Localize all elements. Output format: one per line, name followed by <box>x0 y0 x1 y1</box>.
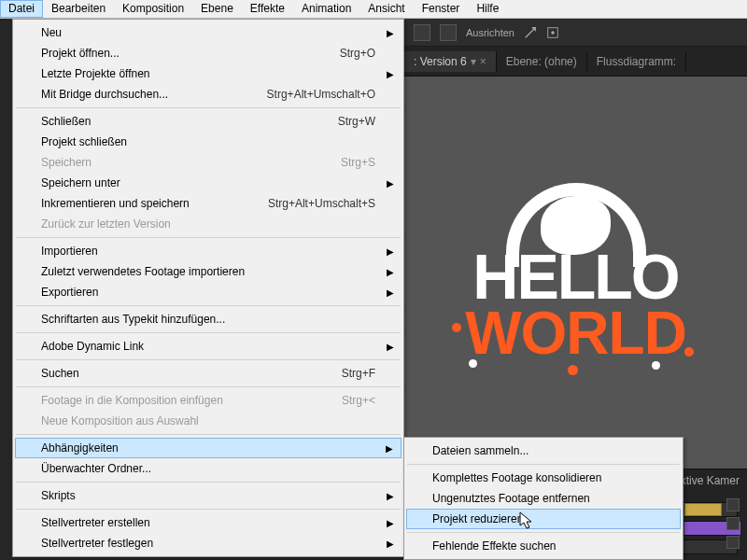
tool-button[interactable] <box>440 24 457 41</box>
submenu-item[interactable]: Ungenutztes Footage entfernen <box>406 488 681 509</box>
snap-icon[interactable] <box>524 26 537 39</box>
timeline-button[interactable] <box>726 517 740 530</box>
composition-viewer[interactable]: HELLO WORLD <box>404 77 747 469</box>
menu-item-label: Speichern <box>41 156 341 169</box>
tab-flowchart[interactable]: Flussdiagramm: <box>587 51 686 72</box>
menu-separator <box>16 332 401 333</box>
menu-item[interactable]: Zuletzt verwendetes Footage importieren▶ <box>15 261 402 282</box>
submenu-arrow-icon: ▶ <box>387 342 394 352</box>
menu-separator <box>407 464 680 465</box>
menu-item[interactable]: Neu▶ <box>15 22 402 43</box>
chevron-down-icon[interactable]: ▾ <box>471 55 476 68</box>
menu-item[interactable]: SchließenStrg+W <box>15 111 402 132</box>
menu-item[interactable]: Exportieren▶ <box>15 282 402 302</box>
submenu-item[interactable]: Dateien sammeln... <box>406 441 681 461</box>
timeline-button[interactable] <box>726 498 740 511</box>
tab-composition[interactable]: : Version 6▾× <box>404 51 497 72</box>
submenu-item-label: Ungenutztes Footage entfernen <box>432 492 655 505</box>
menu-item-label: Abhängigkeiten <box>41 441 375 455</box>
submenu-arrow-icon: ▶ <box>387 539 394 549</box>
menu-shortcut: Strg+W <box>338 115 375 128</box>
tab-layer[interactable]: Ebene: (ohne) <box>497 51 587 72</box>
menubar-item-animation[interactable]: Animation <box>293 0 359 18</box>
submenu-arrow-icon: ▶ <box>387 246 394 257</box>
menubar-item-ansicht[interactable]: Ansicht <box>359 0 413 18</box>
menu-item-label: Schriftarten aus Typekit hinzufügen... <box>41 313 375 326</box>
menu-item[interactable]: Mit Bridge durchsuchen...Strg+Alt+Umscha… <box>15 84 402 105</box>
menu-shortcut: Strg+S <box>341 156 375 169</box>
submenu-arrow-icon: ▶ <box>387 267 394 277</box>
align-label: Ausrichten <box>466 27 514 38</box>
menu-item-label: Zuletzt verwendetes Footage importieren <box>41 265 375 278</box>
canvas-logo: HELLO WORLD <box>465 183 686 362</box>
svg-point-1 <box>551 31 555 35</box>
submenu-arrow-icon: ▶ <box>387 491 394 501</box>
menubar-item-bearbeiten[interactable]: Bearbeiten <box>43 0 114 18</box>
submenu-item-label: Komplettes Footage konsolidieren <box>432 471 655 484</box>
menubar-item-komposition[interactable]: Komposition <box>114 0 192 18</box>
menu-item-label: Schließen <box>41 115 338 128</box>
menu-item-label: Neu <box>41 26 375 39</box>
menu-item: Footage in die Komposition einfügenStrg+… <box>15 390 402 411</box>
menu-item-label: Letzte Projekte öffnen <box>41 67 375 80</box>
menu-item[interactable]: Importieren▶ <box>15 241 402 261</box>
menu-separator <box>16 434 401 435</box>
menu-item[interactable]: Stellvertreter festlegen▶ <box>15 533 402 553</box>
menu-item[interactable]: Projekt schließen <box>15 132 402 152</box>
menubar-item-ebene[interactable]: Ebene <box>192 0 242 18</box>
menu-separator <box>407 532 680 533</box>
menu-item: Zurück zur letzten Version <box>15 214 402 234</box>
submenu-item[interactable]: Projekt reduzieren <box>406 509 681 529</box>
close-icon[interactable]: × <box>480 55 486 68</box>
dependencies-submenu: Dateien sammeln...Komplettes Footage kon… <box>403 437 684 560</box>
menu-separator <box>16 482 401 483</box>
menubar-item-hilfe[interactable]: Hilfe <box>468 0 507 18</box>
menu-separator <box>16 237 401 238</box>
menu-item[interactable]: Speichern unter▶ <box>15 173 402 193</box>
canvas-text-world: WORLD <box>465 305 686 362</box>
menu-item-label: Footage in die Komposition einfügen <box>41 394 342 407</box>
menu-item[interactable]: Inkrementieren und speichernStrg+Alt+Ums… <box>15 193 402 214</box>
menubar: DateiBearbeitenKompositionEbeneEffekteAn… <box>0 0 747 19</box>
submenu-arrow-icon: ▶ <box>387 69 394 79</box>
menu-shortcut: Strg+F <box>342 367 375 380</box>
menu-item-label: Exportieren <box>41 286 375 299</box>
submenu-item[interactable]: Fehlende Effekte suchen <box>406 536 681 556</box>
menu-item-label: Stellvertreter festlegen <box>41 537 375 550</box>
menu-item: SpeichernStrg+S <box>15 152 402 173</box>
menubar-item-effekte[interactable]: Effekte <box>242 0 293 18</box>
submenu-arrow-icon: ▶ <box>387 287 394 298</box>
menu-item[interactable]: Schriftarten aus Typekit hinzufügen... <box>15 309 402 329</box>
target-icon[interactable] <box>546 26 559 39</box>
menu-item-label: Skripts <box>41 489 375 502</box>
submenu-item[interactable]: Komplettes Footage konsolidieren <box>406 468 681 488</box>
menu-item[interactable]: SuchenStrg+F <box>15 363 402 384</box>
menu-item[interactable]: Stellvertreter erstellen▶ <box>15 512 402 533</box>
menu-item-label: Projekt öffnen... <box>41 47 340 60</box>
top-toolbar: Ausrichten <box>404 19 747 47</box>
menu-shortcut: Strg+< <box>342 394 375 407</box>
submenu-arrow-icon: ▶ <box>386 443 393 454</box>
menu-item[interactable]: Überwachter Ordner... <box>15 458 402 479</box>
menu-separator <box>16 359 401 360</box>
submenu-arrow-icon: ▶ <box>387 178 394 189</box>
menu-item[interactable]: Projekt öffnen...Strg+O <box>15 43 402 63</box>
menubar-item-datei[interactable]: Datei <box>0 0 43 18</box>
menu-separator <box>16 509 401 510</box>
tool-button[interactable] <box>414 24 430 41</box>
menu-item: Neue Komposition aus Auswahl <box>15 411 402 431</box>
menu-item[interactable]: Letzte Projekte öffnen▶ <box>15 63 402 84</box>
menu-item[interactable]: Adobe Dynamic Link▶ <box>15 336 402 357</box>
timeline-clip[interactable] <box>684 503 722 516</box>
menu-item[interactable]: Abhängigkeiten▶ <box>15 438 402 458</box>
submenu-item-label: Projekt reduzieren <box>432 512 655 525</box>
menu-item-label: Adobe Dynamic Link <box>41 340 375 353</box>
file-menu: Neu▶Projekt öffnen...Strg+OLetzte Projek… <box>12 19 404 557</box>
menu-item[interactable]: Skripts▶ <box>15 485 402 506</box>
menu-item-label: Zurück zur letzten Version <box>41 217 375 231</box>
timeline-button[interactable] <box>726 536 740 549</box>
menu-item-label: Mit Bridge durchsuchen... <box>41 88 267 101</box>
menu-separator <box>16 386 401 387</box>
menubar-item-fenster[interactable]: Fenster <box>414 0 469 18</box>
menu-item-label: Speichern unter <box>41 176 375 189</box>
